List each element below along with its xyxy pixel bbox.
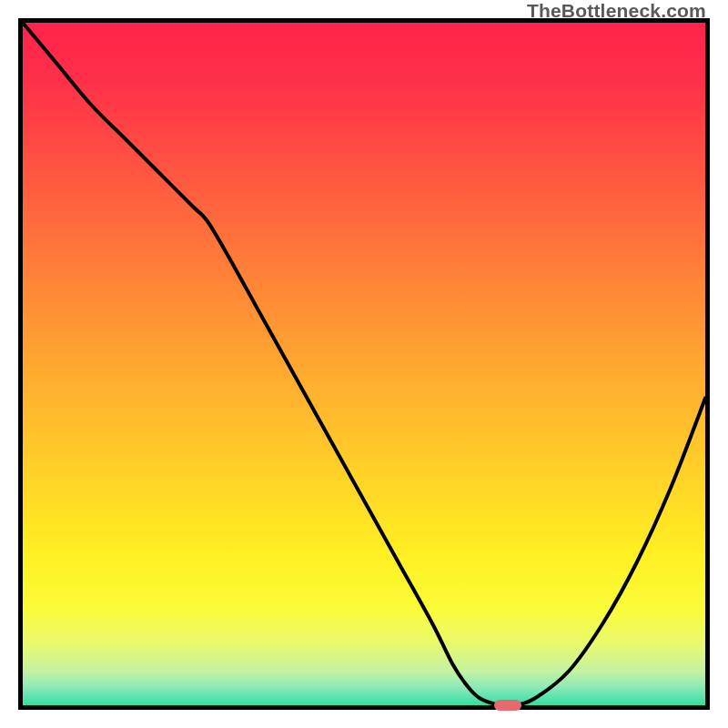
gradient-chart	[23, 23, 705, 705]
gradient-fill	[23, 23, 705, 705]
chart-frame	[18, 18, 710, 710]
plot-area	[23, 23, 705, 705]
optimal-marker	[494, 700, 521, 711]
